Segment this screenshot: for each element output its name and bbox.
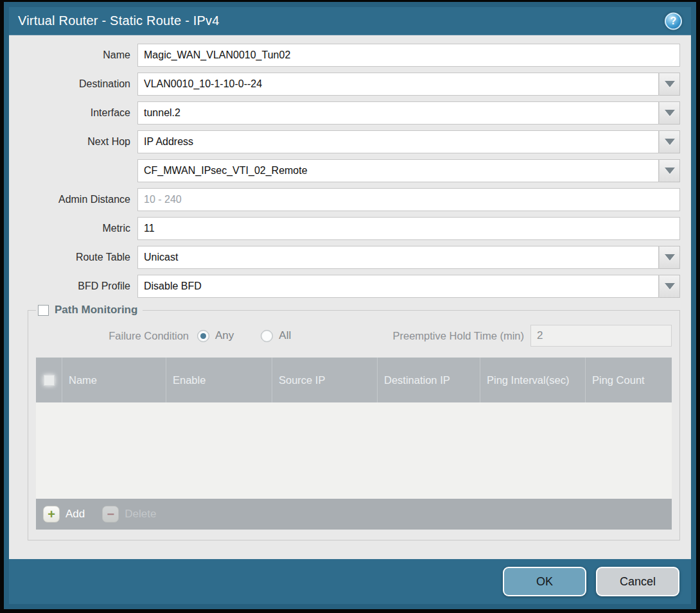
destination-label: Destination <box>20 78 130 90</box>
table-toolbar: + Add − Delete <box>36 499 672 530</box>
path-monitoring-checkbox[interactable] <box>38 305 49 316</box>
chevron-down-icon <box>665 283 675 289</box>
screen: Virtual Router - Static Route - IPv4 ? N… <box>0 0 700 613</box>
next-hop-type-input[interactable] <box>137 130 659 153</box>
help-icon[interactable]: ? <box>665 12 682 30</box>
path-monitoring-section: Path Monitoring Failure Condition Any Al… <box>28 304 680 540</box>
chevron-down-icon <box>665 168 675 174</box>
dialog-title: Virtual Router - Static Route - IPv4 <box>18 13 220 28</box>
metric-input[interactable] <box>137 217 680 240</box>
table-header-name[interactable]: Name <box>62 358 166 402</box>
failure-condition-radio-group: Any All <box>197 329 291 342</box>
table-header-ping-interval[interactable]: Ping Interval(sec) <box>480 358 585 402</box>
form-row-interface: Interface <box>20 101 680 125</box>
name-input[interactable] <box>137 44 680 67</box>
next-hop-type-dropdown-button[interactable] <box>659 130 680 153</box>
table-header-row: Name Enable Source IP Destination IP Pin… <box>36 358 672 402</box>
route-table-label: Route Table <box>20 252 130 263</box>
chevron-down-icon <box>665 81 675 87</box>
chevron-down-icon <box>665 254 675 261</box>
title-bar: Virtual Router - Static Route - IPv4 ? <box>9 7 691 35</box>
failure-condition-all-label: All <box>279 329 291 342</box>
table-header-ping-count[interactable]: Ping Count <box>585 358 672 402</box>
next-hop-address-input[interactable] <box>137 159 659 182</box>
form-row-route-table: Route Table <box>20 246 680 269</box>
admin-distance-label: Admin Distance <box>20 194 130 205</box>
delete-button[interactable]: − Delete <box>102 506 156 522</box>
preemptive-hold-time-group: Preemptive Hold Time (min) <box>393 325 672 347</box>
name-label: Name <box>20 49 130 61</box>
form-row-next-hop-address <box>20 159 680 182</box>
chevron-down-icon <box>665 139 675 145</box>
route-table-dropdown-button[interactable] <box>659 246 680 269</box>
add-button-label: Add <box>66 508 85 521</box>
failure-condition-row: Failure Condition Any All Preemptive Hol… <box>36 324 672 347</box>
preemptive-hold-time-label: Preemptive Hold Time (min) <box>393 330 524 342</box>
footer-bar: OK Cancel <box>9 559 691 604</box>
path-monitoring-legend: Path Monitoring <box>36 304 143 316</box>
table-header-enable[interactable]: Enable <box>166 358 272 402</box>
destination-dropdown-button[interactable] <box>659 73 680 96</box>
delete-button-label: Delete <box>125 508 156 521</box>
plus-icon: + <box>43 506 60 522</box>
path-monitoring-title: Path Monitoring <box>55 304 137 316</box>
route-table-input[interactable] <box>137 246 659 269</box>
interface-dropdown-button[interactable] <box>659 101 680 125</box>
cancel-button[interactable]: Cancel <box>596 567 679 596</box>
metric-label: Metric <box>20 223 130 234</box>
interface-label: Interface <box>20 107 130 119</box>
interface-input[interactable] <box>137 101 659 125</box>
bfd-profile-dropdown-button[interactable] <box>659 275 680 298</box>
select-all-checkbox[interactable] <box>44 375 55 386</box>
admin-distance-input[interactable] <box>137 188 680 211</box>
form-row-name: Name <box>20 44 680 67</box>
next-hop-label: Next Hop <box>20 136 130 148</box>
bfd-profile-input[interactable] <box>137 275 659 298</box>
add-button[interactable]: + Add <box>43 506 85 522</box>
form-row-next-hop: Next Hop <box>20 130 680 153</box>
ok-button[interactable]: OK <box>503 567 586 596</box>
failure-condition-all-radio[interactable] <box>261 330 273 342</box>
static-route-dialog: Virtual Router - Static Route - IPv4 ? N… <box>4 2 696 609</box>
failure-condition-any-radio[interactable] <box>197 330 209 342</box>
table-header-select-all <box>36 358 62 402</box>
form-row-admin-distance: Admin Distance <box>20 188 680 211</box>
path-monitoring-table: Name Enable Source IP Destination IP Pin… <box>36 358 672 530</box>
failure-condition-any-label: Any <box>215 329 234 342</box>
table-body-empty <box>36 402 672 499</box>
preemptive-hold-time-input[interactable] <box>530 325 672 347</box>
failure-condition-label: Failure Condition <box>36 330 189 342</box>
chevron-down-icon <box>665 110 675 116</box>
radio-selected-dot <box>200 333 206 339</box>
dialog-content: Name Destination Interface <box>9 35 691 559</box>
destination-input[interactable] <box>137 73 659 96</box>
table-header-source-ip[interactable]: Source IP <box>272 358 377 402</box>
form-row-metric: Metric <box>20 217 680 240</box>
form-row-destination: Destination <box>20 73 680 96</box>
bfd-profile-label: BFD Profile <box>20 281 130 292</box>
form-row-bfd-profile: BFD Profile <box>20 275 680 298</box>
next-hop-address-dropdown-button[interactable] <box>659 159 680 182</box>
minus-icon: − <box>102 506 119 522</box>
table-header-destination-ip[interactable]: Destination IP <box>377 358 480 402</box>
